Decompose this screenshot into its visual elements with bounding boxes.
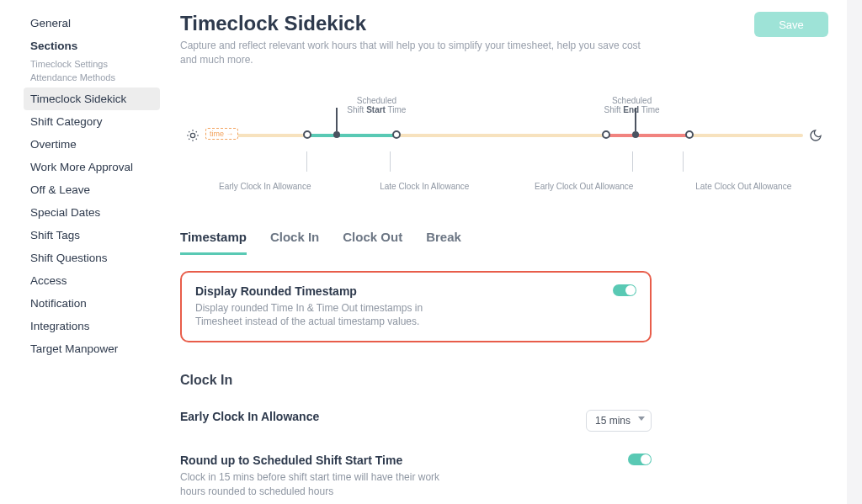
sidebar-item-general[interactable]: General (24, 12, 160, 34)
label-late-clock-out: Late Clock Out Allowance (664, 182, 824, 191)
display-rounded-timestamp-toggle[interactable] (613, 284, 636, 296)
svg-line-3 (189, 131, 189, 132)
sidebar-group-sections: Sections (24, 34, 160, 57)
sidekick-tabs: Timestamp Clock In Clock Out Break (180, 230, 828, 256)
tab-timestamp[interactable]: Timestamp (180, 230, 247, 255)
setting-title: Round up to Scheduled Shift Start Time (180, 454, 466, 467)
sidebar-item-special-dates[interactable]: Special Dates (24, 201, 160, 224)
scroll-gutter (847, 0, 862, 504)
sidebar-item-overtime[interactable]: Overtime (24, 133, 160, 156)
svg-line-7 (189, 138, 189, 139)
sidebar-item-shift-tags[interactable]: Shift Tags (24, 224, 160, 247)
sidebar-sub-attendance-methods[interactable]: Attendance Methods (24, 71, 160, 84)
setting-title: Early Clock In Allowance (180, 410, 319, 423)
tab-clock-in[interactable]: Clock In (270, 230, 319, 255)
sidebar-item-shift-category[interactable]: Shift Category (24, 110, 160, 133)
sidebar-item-integrations[interactable]: Integrations (24, 315, 160, 337)
setting-description: Clock in 15 mins before shift start time… (180, 470, 466, 499)
sidebar-item-target-manpower[interactable]: Target Manpower (24, 337, 160, 360)
select-value: 15 mins (595, 415, 631, 427)
moon-icon (808, 128, 823, 143)
main-content: Timeclock Sidekick Capture and reflect r… (168, 0, 862, 504)
display-rounded-timestamp-card: Display Rounded Timestamp Display rounde… (180, 271, 652, 343)
svg-line-8 (196, 131, 197, 132)
setting-title: Display Rounded Timestamp (195, 284, 465, 298)
sidebar-item-access[interactable]: Access (24, 269, 160, 292)
label-early-clock-out: Early Clock Out Allowance (504, 182, 664, 191)
label-scheduled-start: Scheduled Shift Start Time (313, 96, 441, 114)
save-button[interactable]: Save (754, 12, 828, 37)
shift-timeline-diagram: Scheduled Shift Start Time Scheduled Shi… (180, 96, 828, 199)
round-up-to-scheduled-toggle[interactable] (628, 454, 652, 465)
sun-icon (185, 128, 200, 143)
settings-sidebar: General Sections Timeclock Settings Atte… (0, 0, 168, 504)
sidebar-item-shift-questions[interactable]: Shift Questions (24, 247, 160, 269)
sidebar-item-off-leave[interactable]: Off & Leave (24, 178, 160, 201)
sidebar-item-timeclock-sidekick[interactable]: Timeclock Sidekick (24, 88, 160, 110)
page-subtitle: Capture and reflect relevant work hours … (180, 39, 652, 67)
label-early-clock-in: Early Clock In Allowance (185, 182, 345, 191)
chevron-down-icon (638, 416, 645, 421)
sidebar-sub-timeclock-settings[interactable]: Timeclock Settings (24, 57, 160, 71)
page-title: Timeclock Sidekick (180, 12, 652, 35)
svg-point-0 (190, 133, 194, 137)
tab-clock-out[interactable]: Clock Out (343, 230, 402, 255)
round-up-to-scheduled-row: Round up to Scheduled Shift Start Time C… (180, 454, 652, 499)
setting-description: Display rounded Time In & Time Out times… (195, 301, 465, 330)
tab-break[interactable]: Break (426, 230, 461, 255)
time-direction-chip: time → (205, 128, 238, 140)
label-scheduled-end: Scheduled Shift End Time (568, 96, 696, 114)
early-clock-in-allowance-select[interactable]: 15 mins (586, 410, 652, 432)
early-clock-in-allowance-row: Early Clock In Allowance 15 mins (180, 410, 652, 432)
sidebar-item-notification[interactable]: Notification (24, 292, 160, 315)
sidebar-item-work-more-approval[interactable]: Work More Approval (24, 156, 160, 178)
svg-line-4 (196, 138, 197, 139)
section-clock-in: Clock In (180, 373, 828, 388)
label-late-clock-in: Late Clock In Allowance (345, 182, 505, 191)
